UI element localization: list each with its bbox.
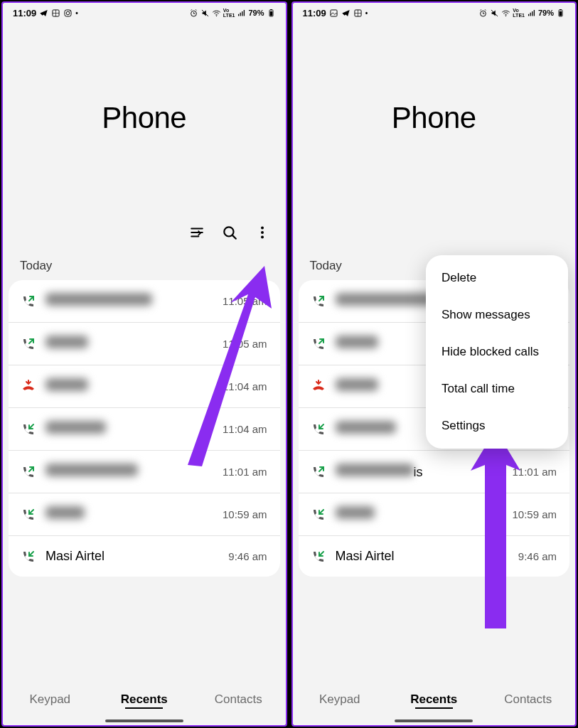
telegram-icon xyxy=(39,9,48,18)
battery-icon xyxy=(556,9,565,18)
call-time: 11:05 am xyxy=(223,295,267,307)
call-list: 11:05 am 11:05 am 11:04 am 11:04 am 11:0 xyxy=(9,280,280,577)
call-name: Masi Airtel xyxy=(46,549,218,564)
call-missed-icon xyxy=(311,380,326,394)
panel-recents: 11:09 • VoLTE1 79% Phone Today xyxy=(1,1,287,727)
call-time: 11:04 am xyxy=(223,423,267,435)
status-more-dot: • xyxy=(75,9,78,17)
nav-handle[interactable] xyxy=(395,719,473,722)
instagram-icon xyxy=(63,9,73,18)
status-time: 11:09 xyxy=(13,8,36,18)
call-row[interactable]: 11:04 am xyxy=(9,365,280,408)
call-row[interactable]: 11:01 am xyxy=(9,451,280,493)
gallery-icon xyxy=(353,9,363,18)
call-name xyxy=(46,336,213,352)
mute-icon xyxy=(200,9,210,18)
call-incoming-icon xyxy=(311,550,326,564)
call-outgoing-icon xyxy=(21,465,36,479)
call-time: 11:01 am xyxy=(223,466,267,478)
call-row[interactable]: 11:05 am xyxy=(9,280,280,323)
call-name xyxy=(46,378,213,395)
call-incoming-icon xyxy=(21,422,36,437)
menu-show-messages[interactable]: Show messages xyxy=(426,296,568,333)
menu-total-call-time[interactable]: Total call time xyxy=(426,370,568,407)
menu-hide-blocked[interactable]: Hide blocked calls xyxy=(426,333,568,370)
call-outgoing-icon xyxy=(311,337,326,351)
call-row[interactable]: is 11:01 am xyxy=(299,451,570,493)
bottom-tabs: Keypad Recents Contacts xyxy=(3,680,286,725)
call-row[interactable]: Masi Airtel 9:46 am xyxy=(299,536,570,577)
call-outgoing-icon xyxy=(21,337,36,351)
call-name xyxy=(46,464,213,480)
alarm-icon xyxy=(478,9,488,18)
signal-icon xyxy=(237,9,246,18)
status-right: VoLTE1 79% xyxy=(478,8,565,18)
tab-contacts[interactable]: Contacts xyxy=(191,692,286,707)
wifi-icon xyxy=(212,9,221,18)
menu-settings[interactable]: Settings xyxy=(426,407,568,444)
svg-point-16 xyxy=(505,15,506,16)
page-title: Phone xyxy=(293,23,576,220)
status-right: VoLTE1 79% xyxy=(189,8,276,18)
tab-keypad[interactable]: Keypad xyxy=(3,692,97,707)
call-time: 11:01 am xyxy=(512,466,557,478)
call-time: 9:46 am xyxy=(228,550,267,562)
call-incoming-icon xyxy=(311,422,326,437)
status-time: 11:09 xyxy=(303,8,326,18)
gallery-icon xyxy=(51,9,60,18)
svg-rect-12 xyxy=(269,11,272,16)
volte-icon: VoLTE1 xyxy=(513,8,525,18)
call-row[interactable]: 10:59 am xyxy=(299,493,570,536)
signal-icon xyxy=(527,9,536,18)
call-outgoing-icon xyxy=(311,294,326,309)
menu-delete[interactable]: Delete xyxy=(426,259,568,296)
bottom-tabs: Keypad Recents Contacts xyxy=(293,680,576,725)
tab-recents[interactable]: Recents xyxy=(387,692,481,707)
status-bar: 11:09 • VoLTE1 79% xyxy=(3,3,286,23)
nav-handle[interactable] xyxy=(105,719,183,722)
call-row[interactable]: Masi Airtel 9:46 am xyxy=(9,536,280,577)
battery-icon xyxy=(267,9,276,18)
svg-rect-19 xyxy=(560,11,562,16)
svg-rect-11 xyxy=(270,9,272,9)
more-icon[interactable] xyxy=(255,225,270,240)
call-name xyxy=(46,506,213,523)
call-incoming-icon xyxy=(311,508,326,522)
svg-point-9 xyxy=(216,15,217,16)
call-row[interactable]: 10:59 am xyxy=(9,493,280,536)
svg-point-6 xyxy=(66,11,70,15)
call-row[interactable]: 11:05 am xyxy=(9,323,280,365)
call-incoming-icon xyxy=(21,508,36,522)
status-left: 11:09 • xyxy=(303,8,368,18)
alarm-icon xyxy=(189,9,198,18)
mute-icon xyxy=(490,9,499,18)
page-title: Phone xyxy=(3,23,286,220)
call-time: 10:59 am xyxy=(512,508,557,520)
battery-pct: 79% xyxy=(248,9,264,17)
call-missed-icon xyxy=(21,380,36,394)
screen: 11:09 • VoLTE1 79% Phone Today xyxy=(3,3,286,725)
svg-rect-18 xyxy=(560,9,562,9)
call-row[interactable]: 11:04 am xyxy=(9,408,280,451)
call-name-suffix: is xyxy=(414,465,423,479)
status-bar: 11:09 • VoLTE1 79% xyxy=(293,3,576,23)
call-name xyxy=(46,293,213,309)
tab-recents[interactable]: Recents xyxy=(97,692,192,707)
call-name xyxy=(336,506,503,523)
telegram-icon xyxy=(341,9,350,18)
call-outgoing-icon xyxy=(21,294,36,309)
status-more-dot: • xyxy=(365,9,368,17)
panel-menu: 11:09 • VoLTE1 79% Phone Today xyxy=(291,1,577,727)
battery-pct: 79% xyxy=(538,9,554,17)
wifi-icon xyxy=(501,9,510,18)
call-outgoing-icon xyxy=(311,465,326,479)
filter-icon[interactable] xyxy=(189,225,205,240)
call-time: 9:46 am xyxy=(518,550,557,562)
svg-point-7 xyxy=(70,10,70,11)
call-time: 10:59 am xyxy=(223,508,267,520)
call-name: Masi Airtel xyxy=(336,549,508,564)
search-icon[interactable] xyxy=(222,225,237,240)
tab-contacts[interactable]: Contacts xyxy=(481,692,576,707)
volte-icon: VoLTE1 xyxy=(223,8,235,18)
tab-keypad[interactable]: Keypad xyxy=(293,692,387,707)
